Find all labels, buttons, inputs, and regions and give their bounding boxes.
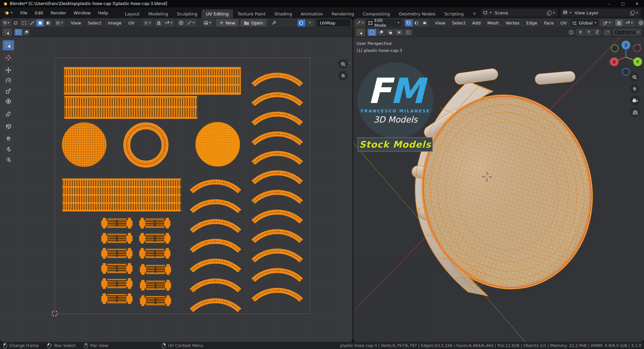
tab-animation[interactable]: Animation: [297, 9, 327, 18]
mode-selector[interactable]: Edit Mode: [366, 19, 401, 27]
viewport-canvas[interactable]: User Perspective (1) plastic-hose-cap-3: [353, 37, 644, 342]
tool-scale[interactable]: [3, 86, 14, 96]
v3d-menu-add[interactable]: Add: [469, 18, 484, 28]
uv-select-edge-button[interactable]: [28, 19, 36, 27]
tab-layout[interactable]: Layout: [120, 9, 144, 18]
snap-to-symmetry-button[interactable]: [603, 29, 611, 36]
v3d-active-tool-button[interactable]: [356, 29, 365, 36]
v3d-mode-intersect-button[interactable]: [404, 29, 413, 36]
v3d-menu-vertex[interactable]: Vertex: [502, 18, 523, 28]
view-layer-selector[interactable]: View Layer ✕: [561, 9, 641, 17]
tool-transform[interactable]: [3, 96, 14, 106]
uv-map-name-field[interactable]: UVMap: [317, 19, 351, 27]
v3d-sidebar-collapse-arrow[interactable]: ‹: [639, 42, 641, 47]
tab-scripting[interactable]: Scripting: [440, 9, 468, 18]
menu-window[interactable]: Window: [70, 7, 94, 18]
tool-rotate[interactable]: [3, 76, 14, 86]
v3d-menu-uv[interactable]: UV: [557, 18, 570, 28]
uv-active-tool-button[interactable]: [3, 29, 12, 36]
add-workspace-button[interactable]: +: [468, 9, 481, 18]
v3d-zoom-button[interactable]: [630, 72, 639, 82]
pivot-point-dropdown[interactable]: [143, 19, 153, 27]
uv-canvas[interactable]: [0, 37, 353, 342]
menu-help[interactable]: Help: [95, 7, 112, 18]
tool-move[interactable]: [3, 65, 14, 75]
tab-texture-paint[interactable]: Texture Paint: [233, 9, 270, 18]
model-plastic-hose-cap[interactable]: [407, 68, 607, 302]
proportional-edit-toggle[interactable]: [177, 19, 185, 27]
tool-select-box[interactable]: [3, 40, 14, 50]
tab-modeling[interactable]: Modeling: [144, 9, 172, 18]
navigation-gizmo[interactable]: Z X Y: [610, 40, 642, 77]
v3d-menu-face[interactable]: Face: [541, 18, 557, 28]
v3d-mode-extend-button[interactable]: [377, 29, 385, 36]
mode-icon-dropdown[interactable]: [355, 19, 365, 27]
face-mode-button[interactable]: [421, 19, 429, 27]
uv-select-island-button[interactable]: [44, 19, 52, 27]
tab-uv-editing[interactable]: UV Editing: [202, 9, 233, 18]
v3d-camera-button[interactable]: [630, 96, 640, 105]
tab-sculpting[interactable]: Sculpting: [172, 9, 202, 18]
image-browse-dropdown[interactable]: [203, 19, 213, 27]
edge-mode-button[interactable]: [413, 19, 421, 27]
v3d-menu-select[interactable]: Select: [449, 18, 469, 28]
unlink-scene-icon[interactable]: ✕: [552, 11, 555, 15]
scene-selector[interactable]: Scene ✕: [481, 9, 557, 17]
uv-menu-image[interactable]: Image: [105, 18, 125, 28]
tab-geometry-nodes[interactable]: Geometry Nodes: [394, 9, 440, 18]
editor-type-button[interactable]: [2, 19, 11, 27]
v3d-mode-set-button[interactable]: [368, 29, 376, 36]
v3d-menu-view[interactable]: View: [432, 18, 448, 28]
v3d-proportional-edit-toggle[interactable]: [637, 19, 644, 27]
mirror-icon[interactable]: [568, 30, 574, 35]
v3d-menu-edge[interactable]: Edge: [523, 18, 540, 28]
menu-render[interactable]: Render: [47, 7, 70, 18]
uv-menu-view[interactable]: View: [68, 18, 84, 28]
vertex-mode-button[interactable]: [405, 19, 413, 27]
mirror-z-button[interactable]: Z: [593, 29, 601, 36]
uv-select-vertex-button[interactable]: [20, 19, 28, 27]
tab-shading[interactable]: Shading: [270, 9, 297, 18]
uv-mode-set-button[interactable]: [14, 29, 22, 36]
new-scene-icon[interactable]: [547, 11, 551, 15]
menu-edit[interactable]: Edit: [31, 7, 47, 18]
minimize-button[interactable]: –: [602, 0, 616, 7]
snap-settings-dropdown[interactable]: [163, 19, 174, 27]
tool-pinch[interactable]: [3, 154, 14, 164]
uv-pan-button[interactable]: [338, 71, 348, 81]
tool-annotate[interactable]: [3, 109, 14, 119]
image-new-button[interactable]: + New: [216, 19, 238, 27]
tab-compositing[interactable]: Compositing: [358, 9, 394, 18]
mirror-x-button[interactable]: X: [576, 29, 584, 36]
proportional-falloff-dropdown[interactable]: [185, 19, 197, 27]
gizmo-z-neg-axis[interactable]: [623, 68, 630, 76]
tool-cursor[interactable]: [3, 53, 14, 63]
uv-mode-extend-button[interactable]: [22, 29, 30, 36]
v3d-snap-toggle[interactable]: [615, 19, 623, 27]
uv-map-icon-button[interactable]: [298, 19, 305, 27]
uv-island-band-b[interactable]: [64, 96, 197, 119]
maximize-button[interactable]: □: [616, 0, 630, 7]
pin-image-button[interactable]: [270, 19, 278, 27]
uv-map-dropdown[interactable]: [306, 19, 314, 27]
close-button[interactable]: ✕: [630, 0, 644, 7]
v3d-menu-mesh[interactable]: Mesh: [484, 18, 502, 28]
tool-rip-region[interactable]: [3, 121, 14, 131]
new-view-layer-icon[interactable]: [630, 11, 634, 15]
uv-island-disc-right[interactable]: [196, 122, 240, 166]
uv-menu-select[interactable]: Select: [85, 18, 104, 28]
v3d-ortho-toggle-button[interactable]: [630, 107, 640, 117]
tab-rendering[interactable]: Rendering: [327, 9, 358, 18]
image-open-button[interactable]: Open: [240, 19, 266, 27]
v3d-pan-button[interactable]: [630, 84, 639, 94]
options-dropdown[interactable]: Options: [613, 29, 641, 36]
uv-menu-uv[interactable]: UV: [125, 18, 138, 28]
tool-grab[interactable]: [3, 134, 14, 144]
uv-select-face-button[interactable]: [36, 19, 44, 27]
sticky-selection-dropdown[interactable]: [55, 19, 64, 27]
uv-island-disc-left[interactable]: [62, 122, 106, 167]
remove-view-layer-icon[interactable]: ✕: [636, 11, 639, 15]
uv-island-band-a[interactable]: [64, 67, 241, 95]
v3d-snap-settings-dropdown[interactable]: [623, 19, 635, 27]
menu-file[interactable]: File: [16, 7, 31, 18]
